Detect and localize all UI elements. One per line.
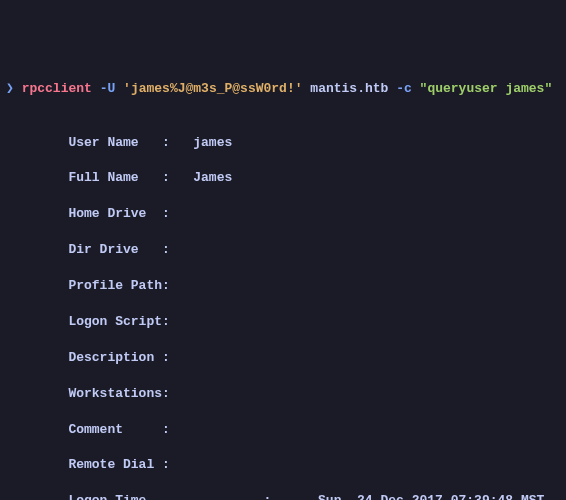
output-line: Logon Time : Sun, 24 Dec 2017 07:39:48 M… [6,492,560,500]
flag-user: -U [100,81,116,96]
output-line: Logon Script: [6,313,560,331]
output-line: Workstations: [6,385,560,403]
output-line: User Name : james [6,134,560,152]
output-line: Description : [6,349,560,367]
output-line: Dir Drive : [6,241,560,259]
prompt-arrow: ❯ [6,81,14,96]
flag-command: -c [396,81,412,96]
output-line: Profile Path: [6,277,560,295]
output-line: Remote Dial : [6,456,560,474]
query-string: "queryuser james" [420,81,553,96]
credentials: 'james%J@m3s_P@ssW0rd!' [123,81,302,96]
command-tool: rpcclient [22,81,92,96]
command-line[interactable]: ❯ rpcclient -U 'james%J@m3s_P@ssW0rd!' m… [6,80,560,98]
output-block: User Name : james Full Name : James Home… [6,116,560,500]
output-line: Full Name : James [6,169,560,187]
host: mantis.htb [310,81,388,96]
output-line: Home Drive : [6,205,560,223]
output-line: Comment : [6,421,560,439]
